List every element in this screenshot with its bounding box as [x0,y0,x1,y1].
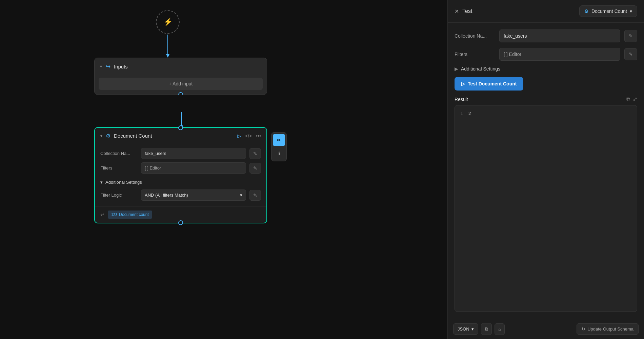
doc-count-icon: ⚙ [106,133,110,139]
filter-logic-edit-button[interactable]: ✎ [249,190,261,201]
doc-count-title: Document Count [114,133,234,139]
add-input-label: + Add input [169,81,193,86]
inputs-output-connector[interactable] [178,92,183,95]
result-header: Result ⧉ ⤢ [455,96,637,102]
additional-chevron-icon: ▾ [100,180,103,185]
panel-collection-edit-button[interactable]: ✎ [624,30,637,42]
trigger-icon: ⚡ [163,18,173,26]
panel-header: ✕ Test ⚙ Document Count ▾ [448,0,644,23]
panel-dropdown-chevron-icon: ▾ [630,8,632,14]
doc-count-chevron-icon: ▾ [100,134,102,138]
test-button[interactable]: ▷ Test Document Count [455,77,523,91]
filters-label: Filters [100,165,138,171]
format-dropdown[interactable]: JSON ▾ [453,323,478,335]
inputs-icon: ↪ [105,63,110,70]
filters-row: Filters [ ] Editor ✎ [100,162,261,174]
canvas-area: ⚡ ▾ ↪ Inputs + Add input ▾ ⚙ Document Co… [0,0,447,339]
filter-logic-select[interactable]: AND (All filters Match) ▾ [141,190,246,201]
floating-toolbar: ✏ ℹ [271,132,287,161]
inputs-title: Inputs [114,64,128,69]
update-schema-label: Update Output Schema [587,326,633,332]
panel-dropdown[interactable]: ⚙ Document Count ▾ [579,5,637,17]
additional-settings-toggle[interactable]: ▾ Additional Settings [100,178,261,186]
filters-input[interactable]: [ ] Editor [141,162,246,174]
panel-title: Test [462,8,472,14]
inputs-chevron-icon: ▾ [100,64,102,69]
toolbar-edit-button[interactable]: ✏ [273,134,285,146]
run-icon[interactable]: ▷ [237,133,241,139]
format-chevron-icon: ▾ [471,326,474,332]
collection-edit-button[interactable]: ✎ [249,148,261,159]
panel-collection-label: Collection Na... [455,33,495,39]
filter-logic-chevron-icon: ▾ [240,193,242,198]
test-play-icon: ▷ [461,81,465,86]
panel-filters-input[interactable]: [ ] Editor [499,48,620,61]
result-line-1: 1 2 [460,111,631,116]
test-button-label: Test Document Count [468,81,517,86]
panel-body: Collection Na... fake_users ✎ Filters [ … [448,23,644,319]
right-panel: ✕ Test ⚙ Document Count ▾ Collection Na.… [447,0,644,339]
svg-marker-1 [166,54,169,58]
panel-dropdown-label: Document Count [591,8,627,14]
result-label: Result [455,97,468,102]
panel-filters-row: Filters [ ] Editor ✎ [455,48,637,61]
panel-close-button[interactable]: ✕ [455,8,459,15]
code-icon[interactable]: </> [245,133,252,139]
add-input-button[interactable]: + Add input [99,78,263,90]
panel-filters-label: Filters [455,52,495,57]
additional-settings-section: ▾ Additional Settings Filter Logic AND (… [100,177,261,202]
copy-result-button[interactable]: ⧉ [626,96,630,102]
line-number-1: 1 [460,111,463,116]
panel-header-left: ✕ Test [455,8,472,15]
panel-additional-chevron-icon: ▶ [455,66,458,72]
panel-additional-settings-toggle[interactable]: ▶ Additional Settings [455,66,637,72]
doc-count-node: ▾ ⚙ Document Count ▷ </> ••• Collection … [94,127,267,223]
filter-logic-label: Filter Logic [100,193,138,198]
trigger-node[interactable]: ⚡ [156,10,180,34]
format-label: JSON [458,326,469,332]
panel-additional-label: Additional Settings [461,66,500,72]
doc-count-output-connector[interactable] [178,220,183,225]
output-label: Document count [119,212,148,217]
panel-collection-input[interactable]: fake_users [499,29,620,42]
expand-result-button[interactable]: ⤢ [633,96,637,102]
output-arrow-icon: ↩ [100,212,104,217]
additional-settings-label: Additional Settings [105,180,142,185]
update-schema-icon: ↻ [582,326,585,332]
update-schema-button[interactable]: ↻ Update Output Schema [577,323,639,335]
panel-collection-row: Collection Na... fake_users ✎ [455,29,637,42]
filters-edit-button[interactable]: ✎ [249,163,261,174]
more-icon[interactable]: ••• [256,133,261,139]
output-badge[interactable]: 123 Document count [108,211,152,219]
result-box: 1 2 [455,105,637,312]
result-value: 2 [468,111,471,116]
panel-dropdown-icon: ⚙ [584,8,589,14]
panel-filters-edit-button[interactable]: ✎ [624,48,637,60]
result-section: Result ⧉ ⤢ 1 2 [455,96,637,312]
doc-count-input-connector[interactable] [178,125,183,130]
filter-logic-row: Filter Logic AND (All filters Match) ▾ ✎ [100,190,261,201]
panel-footer: JSON ▾ ⧉ ⌕ ↻ Update Output Schema [448,319,644,339]
collection-label: Collection Na... [100,151,138,156]
output-type-icon: 123 [111,213,117,217]
copy-footer-button[interactable]: ⧉ [481,323,492,335]
result-actions: ⧉ ⤢ [626,96,637,102]
inputs-node: ▾ ↪ Inputs + Add input [94,58,267,95]
collection-row: Collection Na... fake_users ✎ [100,148,261,159]
collection-input[interactable]: fake_users [141,148,246,159]
search-footer-button[interactable]: ⌕ [495,323,505,335]
toolbar-info-button[interactable]: ℹ [273,147,285,160]
